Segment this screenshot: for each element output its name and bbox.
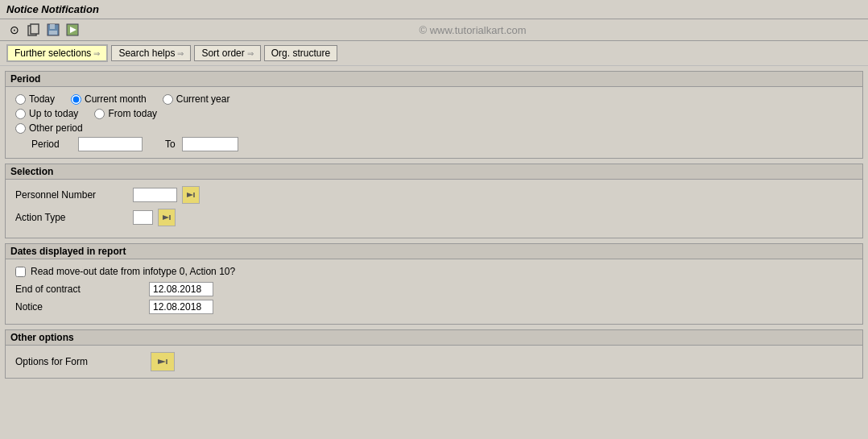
svg-marker-9: [163, 215, 169, 220]
radio-from-today: From today: [94, 108, 157, 119]
other-options-section: Other options Options for Form: [5, 329, 863, 379]
personnel-number-input[interactable]: [133, 188, 177, 202]
action-type-input[interactable]: [133, 210, 153, 225]
radio-current-year: Current year: [163, 93, 230, 105]
period-to-label: To: [165, 139, 176, 150]
action-type-label: Action Type: [15, 212, 128, 223]
end-of-contract-input[interactable]: [149, 282, 213, 296]
tab-further-selections-arrow: ⇒: [93, 49, 100, 58]
radio-current-year-input[interactable]: [163, 94, 173, 105]
radio-other-period: Other period: [15, 122, 83, 134]
radio-up-to-today-label: Up to today: [29, 108, 78, 119]
period-row-2: Up to today From today: [15, 108, 853, 119]
tab-sort-order[interactable]: Sort order ⇒: [194, 45, 260, 61]
watermark: © www.tutorialkart.com: [84, 24, 862, 36]
action-type-navigate-btn[interactable]: [158, 209, 176, 226]
options-for-form-btn[interactable]: [151, 352, 175, 371]
radio-other-period-label: Other period: [29, 122, 83, 134]
selection-header: Selection: [6, 164, 862, 180]
radio-up-to-today-input[interactable]: [15, 109, 26, 119]
personnel-number-navigate-btn[interactable]: [182, 186, 200, 204]
svg-marker-11: [158, 359, 166, 364]
checkbox-row: Read move-out date from infotype 0, Acti…: [15, 266, 853, 277]
save-icon[interactable]: [45, 22, 61, 38]
notice-input[interactable]: [149, 300, 213, 314]
tab-sort-order-label: Sort order: [201, 48, 244, 59]
period-section: Period Today Current month Current year: [5, 71, 863, 159]
read-moveout-checkbox[interactable]: [15, 267, 26, 277]
radio-current-month: Current month: [71, 93, 147, 105]
tab-search-helps-arrow: ⇒: [177, 49, 184, 58]
tab-sort-order-arrow: ⇒: [247, 49, 254, 58]
tab-further-selections[interactable]: Further selections ⇒: [6, 44, 108, 62]
period-row-3: Other period: [15, 122, 853, 134]
radio-current-year-label: Current year: [176, 93, 230, 105]
read-moveout-label: Read move-out date from infotype 0, Acti…: [31, 266, 235, 277]
radio-today-input[interactable]: [15, 94, 26, 105]
radio-current-month-input[interactable]: [71, 94, 81, 105]
copy-icon[interactable]: [26, 22, 42, 38]
other-options-body: Options for Form: [6, 346, 862, 378]
period-body: Today Current month Current year Up to t…: [6, 87, 862, 158]
dates-header: Dates displayed in report: [6, 244, 862, 259]
end-of-contract-row: End of contract: [15, 282, 853, 296]
tab-search-helps-label: Search helps: [118, 48, 175, 59]
tab-bar: Further selections ⇒ Search helps ⇒ Sort…: [0, 41, 868, 66]
selection-body: Personnel Number Action Type: [6, 180, 862, 238]
radio-from-today-label: From today: [108, 108, 157, 119]
period-row-1: Today Current month Current year: [15, 93, 853, 105]
radio-up-to-today: Up to today: [15, 108, 78, 119]
notice-row: Notice: [15, 300, 853, 314]
period-to-input[interactable]: [182, 137, 238, 151]
period-field-label: Period: [31, 139, 72, 150]
selection-section: Selection Personnel Number Action Type: [5, 164, 863, 238]
options-for-form-label: Options for Form: [15, 356, 144, 367]
end-of-contract-label: End of contract: [15, 284, 144, 295]
radio-today: Today: [15, 93, 55, 105]
options-for-form-row: Options for Form: [15, 352, 853, 371]
period-input-row: Period To: [31, 137, 853, 151]
radio-current-month-label: Current month: [85, 93, 147, 105]
dates-body: Read move-out date from infotype 0, Acti…: [6, 259, 862, 324]
svg-rect-4: [49, 31, 57, 35]
dates-section: Dates displayed in report Read move-out …: [5, 243, 863, 325]
main-content: Period Today Current month Current year: [0, 66, 868, 388]
svg-marker-7: [187, 193, 193, 197]
tab-org-structure-label: Org. structure: [271, 48, 330, 59]
other-options-header: Other options: [6, 330, 862, 346]
notice-label: Notice: [15, 301, 144, 313]
period-from-input[interactable]: [78, 137, 143, 151]
svg-rect-3: [50, 24, 55, 29]
prev-icon[interactable]: ⊙: [6, 22, 23, 38]
radio-other-period-input[interactable]: [15, 123, 26, 134]
period-header: Period: [6, 72, 862, 87]
page-title: Notice Notification: [6, 3, 99, 15]
tab-further-selections-label: Further selections: [14, 48, 91, 59]
action-type-row: Action Type: [15, 209, 853, 226]
svg-rect-1: [31, 24, 39, 34]
radio-from-today-input[interactable]: [94, 109, 105, 119]
personnel-number-label: Personnel Number: [15, 189, 128, 201]
toolbar: ⊙ © www.tutorialkart.com: [0, 19, 868, 41]
radio-today-label: Today: [29, 93, 55, 105]
tab-org-structure[interactable]: Org. structure: [264, 45, 337, 61]
execute-icon[interactable]: [64, 22, 81, 38]
personnel-number-row: Personnel Number: [15, 186, 853, 204]
tab-search-helps[interactable]: Search helps ⇒: [111, 45, 191, 61]
title-bar: Notice Notification: [0, 0, 868, 19]
